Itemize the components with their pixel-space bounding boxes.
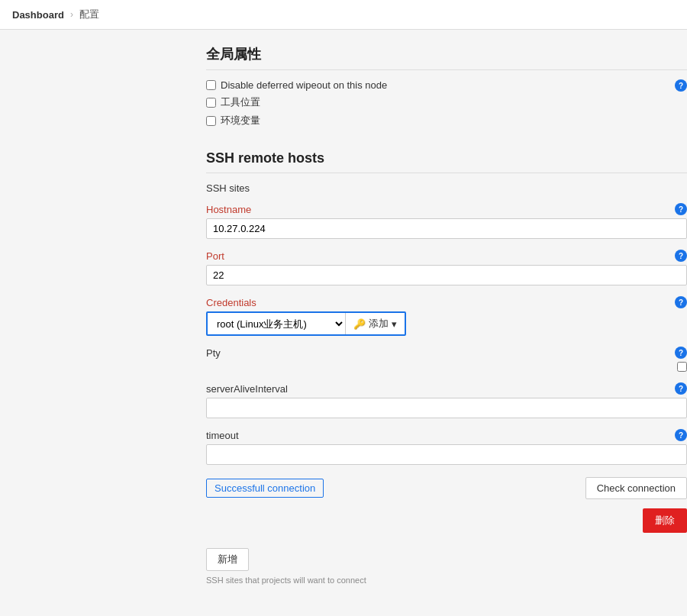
- ssh-sites-label: SSH sites: [206, 182, 687, 194]
- port-label: Port: [206, 250, 224, 262]
- checkbox-row-env: 环境变量: [206, 114, 675, 127]
- checkbox-env[interactable]: [206, 116, 216, 126]
- pty-label: Pty: [206, 347, 221, 359]
- add-credentials-button[interactable]: 🔑 添加 ▾: [345, 313, 405, 334]
- checkbox-wipeout[interactable]: [206, 80, 216, 90]
- global-props-help-icon[interactable]: ?: [675, 79, 687, 92]
- key-icon: 🔑: [353, 318, 366, 330]
- breadcrumb-current: 配置: [79, 8, 99, 21]
- delete-row: 删除: [206, 508, 687, 533]
- global-properties-section: 全局属性 Disable deferred wipeout on this no…: [206, 45, 687, 132]
- pty-checkbox-row: [206, 362, 687, 372]
- server-alive-input[interactable]: [206, 398, 687, 418]
- hint-text: SSH sites that projects will want to con…: [206, 576, 687, 585]
- credentials-field-group: Credentials ? root (Linux业务主机) 🔑 添加 ▾: [206, 296, 687, 336]
- credentials-label-row: Credentials ?: [206, 296, 687, 308]
- timeout-field-group: timeout ?: [206, 429, 687, 465]
- add-new-button[interactable]: 新增: [206, 548, 249, 571]
- hostname-input[interactable]: [206, 218, 687, 239]
- checkbox-tools-label: 工具位置: [221, 95, 260, 109]
- checkbox-row-wipeout: Disable deferred wipeout on this node: [206, 79, 675, 91]
- credentials-select[interactable]: root (Linux业务主机): [208, 314, 345, 334]
- server-alive-label-row: serverAliveInterval ?: [206, 382, 687, 395]
- add-dropdown-arrow: ▾: [392, 318, 397, 330]
- hostname-field-group: Hostname ?: [206, 203, 687, 239]
- checkbox-wipeout-label: Disable deferred wipeout on this node: [221, 79, 387, 91]
- checkbox-row-tools: 工具位置: [206, 95, 675, 109]
- timeout-help-icon[interactable]: ?: [675, 429, 687, 441]
- add-credentials-label: 添加: [369, 317, 389, 331]
- hostname-label-row: Hostname ?: [206, 203, 687, 215]
- checkbox-tools[interactable]: [206, 98, 216, 108]
- topbar: Dashboard › 配置: [0, 0, 687, 30]
- hostname-label: Hostname: [206, 204, 251, 215]
- ssh-remote-hosts-section: SSH remote hosts SSH sites Hostname ? Po…: [206, 150, 687, 585]
- port-field-group: Port ?: [206, 250, 687, 285]
- port-label-row: Port ?: [206, 250, 687, 262]
- server-alive-field-group: serverAliveInterval ?: [206, 382, 687, 418]
- success-badge: Successfull connection: [206, 479, 324, 498]
- credentials-help-icon[interactable]: ?: [675, 296, 687, 308]
- checkbox-env-label: 环境变量: [221, 114, 260, 127]
- delete-button[interactable]: 删除: [643, 508, 687, 533]
- check-connection-button[interactable]: Check connection: [585, 477, 687, 499]
- global-props-title: 全局属性: [206, 45, 687, 70]
- dashboard-link[interactable]: Dashboard: [12, 9, 64, 21]
- pty-checkbox[interactable]: [677, 362, 687, 372]
- pty-field-group: Pty ?: [206, 347, 687, 372]
- bottom-action-row: Successfull connection Check connection: [206, 477, 687, 499]
- main-content: 全局属性 Disable deferred wipeout on this no…: [0, 30, 687, 600]
- credentials-row: root (Linux业务主机) 🔑 添加 ▾: [206, 311, 406, 336]
- ssh-section-title: SSH remote hosts: [206, 150, 687, 173]
- credentials-label: Credentials: [206, 297, 256, 308]
- port-input[interactable]: [206, 265, 687, 285]
- breadcrumb-separator: ›: [70, 9, 73, 20]
- timeout-label-row: timeout ?: [206, 429, 687, 441]
- port-help-icon[interactable]: ?: [675, 250, 687, 262]
- timeout-label: timeout: [206, 430, 239, 441]
- pty-help-icon[interactable]: ?: [675, 347, 687, 359]
- server-alive-help-icon[interactable]: ?: [675, 382, 687, 395]
- checkboxes-col: Disable deferred wipeout on this node 工具…: [206, 79, 675, 132]
- hostname-help-icon[interactable]: ?: [675, 203, 687, 215]
- pty-label-row: Pty ?: [206, 347, 687, 359]
- timeout-input[interactable]: [206, 444, 687, 465]
- server-alive-label: serverAliveInterval: [206, 383, 288, 395]
